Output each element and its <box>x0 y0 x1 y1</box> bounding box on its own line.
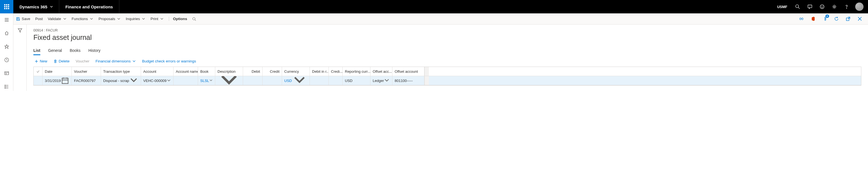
delete-button[interactable]: Delete <box>53 59 69 63</box>
print-menu[interactable]: Print <box>151 17 164 21</box>
col-book[interactable]: Book <box>198 67 215 76</box>
chevron-down-icon[interactable] <box>129 76 138 85</box>
col-credit-in-rep[interactable]: Credi... <box>329 67 343 76</box>
chevron-down-icon <box>117 17 121 21</box>
nav-favorites[interactable] <box>1 42 12 51</box>
nav-recent[interactable] <box>1 56 12 64</box>
feedback-button[interactable] <box>816 0 828 14</box>
grid-data-row[interactable]: 3/31/2019 FACR000797 Disposal - scrap VE… <box>34 76 861 85</box>
col-offset-account-type[interactable]: Offset acc... <box>370 67 393 76</box>
cell-offset-account-type[interactable]: Ledger <box>370 76 393 85</box>
post-button[interactable]: Post <box>35 17 43 21</box>
legal-entity[interactable]: USMF <box>773 5 791 9</box>
plus-icon <box>34 59 38 63</box>
budget-check-button[interactable]: Budget check errors or warnings <box>142 59 196 63</box>
chevron-down-icon[interactable] <box>217 76 241 85</box>
attachments-button[interactable]: 0 <box>821 15 829 23</box>
inquiries-menu[interactable]: Inquiries <box>126 17 146 21</box>
functions-menu[interactable]: Functions <box>72 17 94 21</box>
close-button[interactable] <box>856 15 864 23</box>
chevron-down-icon <box>50 5 53 8</box>
options-button[interactable]: Options <box>169 17 187 21</box>
proposals-menu[interactable]: Proposals <box>98 17 121 21</box>
select-all-checkbox[interactable] <box>34 67 42 76</box>
cell-voucher[interactable]: FACR000797 <box>72 76 101 85</box>
help-icon <box>844 4 849 9</box>
chevron-down-icon[interactable] <box>166 78 171 83</box>
svg-point-15 <box>834 6 835 7</box>
settings-button[interactable] <box>829 0 840 14</box>
cell-description[interactable] <box>215 76 243 85</box>
filter-pane-toggle[interactable] <box>13 25 27 91</box>
cell-book[interactable]: SLSL <box>198 76 215 85</box>
cell-date[interactable]: 3/31/2019 <box>42 76 72 85</box>
connector-button[interactable] <box>797 15 805 23</box>
tab-books[interactable]: Books <box>70 47 81 55</box>
scrollbar[interactable] <box>425 76 429 85</box>
cell-reporting-currency[interactable]: USD <box>343 76 370 85</box>
nav-hamburger[interactable] <box>1 16 12 24</box>
messages-button[interactable] <box>804 0 816 14</box>
scroll-up[interactable] <box>425 67 429 76</box>
save-button[interactable]: Save <box>16 17 30 21</box>
row-checkbox[interactable] <box>34 76 42 85</box>
cell-credit[interactable] <box>262 76 282 85</box>
nav-home[interactable] <box>1 29 12 37</box>
svg-rect-8 <box>8 8 9 9</box>
tab-history[interactable]: History <box>88 47 101 55</box>
nav-modules[interactable] <box>1 82 12 91</box>
chevron-down-icon <box>63 17 67 21</box>
nav-workspaces[interactable] <box>1 69 12 77</box>
check-icon <box>36 69 40 74</box>
office-button[interactable] <box>809 15 817 23</box>
col-offset-account[interactable]: Offset account <box>393 67 425 76</box>
chevron-down-icon <box>132 59 136 63</box>
page-search-button[interactable] <box>192 17 196 21</box>
cell-account-name[interactable] <box>174 76 198 85</box>
col-voucher[interactable]: Voucher <box>72 67 101 76</box>
col-debit[interactable]: Debit <box>243 67 262 76</box>
popout-button[interactable] <box>844 15 852 23</box>
cell-transaction-type[interactable]: Disposal - scrap <box>101 76 141 85</box>
col-credit[interactable]: Credit <box>262 67 282 76</box>
col-description[interactable]: Description <box>215 67 243 76</box>
col-reporting-currency[interactable]: Reporting curr... <box>343 67 370 76</box>
cell-credit-in-rep[interactable] <box>329 76 343 85</box>
financial-dimensions-menu[interactable]: Financial dimensions <box>96 59 136 63</box>
col-account[interactable]: Account <box>141 67 174 76</box>
search-icon <box>795 4 800 9</box>
chat-icon <box>807 4 812 9</box>
tab-general[interactable]: General <box>48 47 62 55</box>
cell-currency[interactable]: USD <box>282 76 310 85</box>
col-account-name[interactable]: Account name <box>174 67 198 76</box>
brand-dropdown[interactable]: Dynamics 365 <box>13 0 59 14</box>
calendar-icon[interactable] <box>61 76 69 85</box>
refresh-button[interactable] <box>832 15 840 23</box>
close-icon <box>858 17 862 21</box>
svg-line-33 <box>195 20 196 21</box>
col-date[interactable]: Date <box>42 67 72 76</box>
svg-rect-21 <box>5 72 9 75</box>
svg-point-32 <box>193 17 195 20</box>
col-debit-in-rep[interactable]: Debit in r... <box>310 67 329 76</box>
new-button[interactable]: New <box>34 59 47 63</box>
tab-list-item[interactable]: List <box>33 47 40 55</box>
validate-menu[interactable]: Validate <box>48 17 67 21</box>
col-transaction-type[interactable]: Transaction type <box>101 67 141 76</box>
action-pane: Save Post Validate Functions Proposals I… <box>13 14 868 25</box>
svg-point-14 <box>823 6 823 6</box>
cell-account[interactable]: VEHC-000009 <box>141 76 174 85</box>
chevron-down-icon[interactable] <box>292 76 307 85</box>
cell-debit-in-rep[interactable] <box>310 76 329 85</box>
search-icon <box>192 17 196 21</box>
search-button[interactable] <box>792 0 804 14</box>
chevron-down-icon[interactable] <box>209 79 213 82</box>
user-avatar[interactable] <box>855 2 864 11</box>
svg-rect-0 <box>4 4 6 6</box>
cell-debit[interactable] <box>243 76 262 85</box>
help-button[interactable] <box>841 0 852 14</box>
cell-offset-account[interactable]: 801100----- <box>393 76 425 85</box>
col-currency[interactable]: Currency <box>282 67 310 76</box>
chevron-down-icon[interactable] <box>384 77 390 84</box>
app-launcher-button[interactable] <box>0 0 13 14</box>
